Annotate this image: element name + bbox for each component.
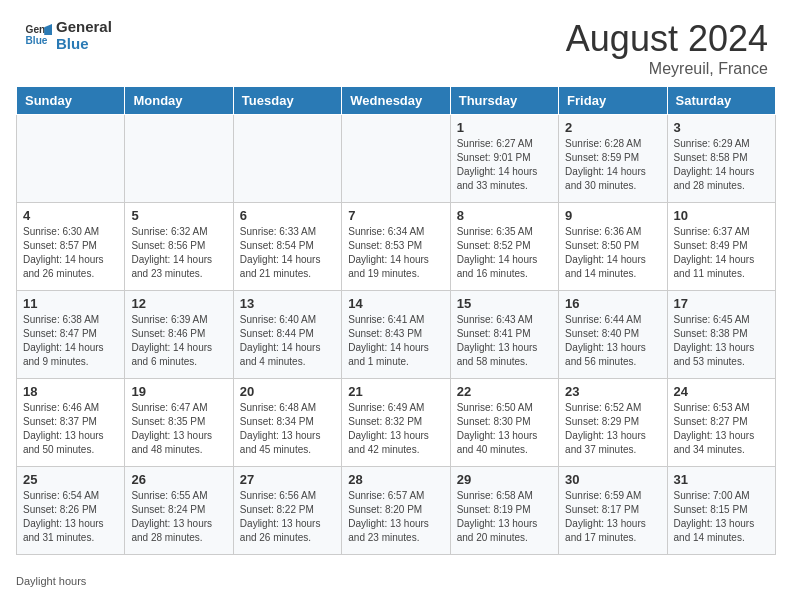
day-number: 9 [565, 208, 660, 223]
calendar-cell: 23Sunrise: 6:52 AM Sunset: 8:29 PM Dayli… [559, 379, 667, 467]
day-number: 27 [240, 472, 335, 487]
day-info: Sunrise: 6:41 AM Sunset: 8:43 PM Dayligh… [348, 313, 443, 369]
logo: General Blue General Blue [24, 18, 112, 53]
weekday-header-tuesday: Tuesday [233, 87, 341, 115]
day-number: 11 [23, 296, 118, 311]
weekday-header-friday: Friday [559, 87, 667, 115]
day-number: 6 [240, 208, 335, 223]
day-info: Sunrise: 6:37 AM Sunset: 8:49 PM Dayligh… [674, 225, 769, 281]
calendar-cell: 19Sunrise: 6:47 AM Sunset: 8:35 PM Dayli… [125, 379, 233, 467]
calendar-table: SundayMondayTuesdayWednesdayThursdayFrid… [16, 86, 776, 555]
calendar-cell: 11Sunrise: 6:38 AM Sunset: 8:47 PM Dayli… [17, 291, 125, 379]
calendar-cell: 10Sunrise: 6:37 AM Sunset: 8:49 PM Dayli… [667, 203, 775, 291]
daylight-label: Daylight hours [16, 575, 86, 587]
day-info: Sunrise: 6:43 AM Sunset: 8:41 PM Dayligh… [457, 313, 552, 369]
day-number: 24 [674, 384, 769, 399]
calendar-cell: 17Sunrise: 6:45 AM Sunset: 8:38 PM Dayli… [667, 291, 775, 379]
calendar-week-4: 18Sunrise: 6:46 AM Sunset: 8:37 PM Dayli… [17, 379, 776, 467]
weekday-header-thursday: Thursday [450, 87, 558, 115]
day-info: Sunrise: 6:44 AM Sunset: 8:40 PM Dayligh… [565, 313, 660, 369]
day-number: 13 [240, 296, 335, 311]
calendar-cell: 5Sunrise: 6:32 AM Sunset: 8:56 PM Daylig… [125, 203, 233, 291]
day-info: Sunrise: 6:29 AM Sunset: 8:58 PM Dayligh… [674, 137, 769, 193]
logo-text-general: General [56, 18, 112, 35]
calendar-cell: 1Sunrise: 6:27 AM Sunset: 9:01 PM Daylig… [450, 115, 558, 203]
calendar-cell [125, 115, 233, 203]
day-info: Sunrise: 6:30 AM Sunset: 8:57 PM Dayligh… [23, 225, 118, 281]
calendar-week-5: 25Sunrise: 6:54 AM Sunset: 8:26 PM Dayli… [17, 467, 776, 555]
logo-text-blue: Blue [56, 35, 112, 52]
day-number: 16 [565, 296, 660, 311]
day-info: Sunrise: 6:58 AM Sunset: 8:19 PM Dayligh… [457, 489, 552, 545]
day-info: Sunrise: 6:28 AM Sunset: 8:59 PM Dayligh… [565, 137, 660, 193]
month-title: August 2024 [566, 18, 768, 60]
calendar-cell [17, 115, 125, 203]
day-number: 30 [565, 472, 660, 487]
calendar-cell: 6Sunrise: 6:33 AM Sunset: 8:54 PM Daylig… [233, 203, 341, 291]
day-number: 10 [674, 208, 769, 223]
day-number: 12 [131, 296, 226, 311]
day-number: 22 [457, 384, 552, 399]
calendar-week-1: 1Sunrise: 6:27 AM Sunset: 9:01 PM Daylig… [17, 115, 776, 203]
day-info: Sunrise: 6:50 AM Sunset: 8:30 PM Dayligh… [457, 401, 552, 457]
day-number: 1 [457, 120, 552, 135]
day-number: 25 [23, 472, 118, 487]
calendar-cell: 12Sunrise: 6:39 AM Sunset: 8:46 PM Dayli… [125, 291, 233, 379]
weekday-header-saturday: Saturday [667, 87, 775, 115]
calendar-cell: 14Sunrise: 6:41 AM Sunset: 8:43 PM Dayli… [342, 291, 450, 379]
day-info: Sunrise: 6:55 AM Sunset: 8:24 PM Dayligh… [131, 489, 226, 545]
day-info: Sunrise: 6:48 AM Sunset: 8:34 PM Dayligh… [240, 401, 335, 457]
day-number: 28 [348, 472, 443, 487]
calendar-week-2: 4Sunrise: 6:30 AM Sunset: 8:57 PM Daylig… [17, 203, 776, 291]
day-info: Sunrise: 6:49 AM Sunset: 8:32 PM Dayligh… [348, 401, 443, 457]
calendar-cell [342, 115, 450, 203]
weekday-header-sunday: Sunday [17, 87, 125, 115]
day-info: Sunrise: 6:32 AM Sunset: 8:56 PM Dayligh… [131, 225, 226, 281]
day-info: Sunrise: 6:33 AM Sunset: 8:54 PM Dayligh… [240, 225, 335, 281]
day-info: Sunrise: 6:40 AM Sunset: 8:44 PM Dayligh… [240, 313, 335, 369]
calendar-cell: 16Sunrise: 6:44 AM Sunset: 8:40 PM Dayli… [559, 291, 667, 379]
day-info: Sunrise: 6:38 AM Sunset: 8:47 PM Dayligh… [23, 313, 118, 369]
calendar-cell: 29Sunrise: 6:58 AM Sunset: 8:19 PM Dayli… [450, 467, 558, 555]
day-number: 26 [131, 472, 226, 487]
day-info: Sunrise: 6:39 AM Sunset: 8:46 PM Dayligh… [131, 313, 226, 369]
weekday-header-wednesday: Wednesday [342, 87, 450, 115]
day-number: 23 [565, 384, 660, 399]
calendar-cell: 4Sunrise: 6:30 AM Sunset: 8:57 PM Daylig… [17, 203, 125, 291]
calendar-cell: 31Sunrise: 7:00 AM Sunset: 8:15 PM Dayli… [667, 467, 775, 555]
title-block: August 2024 Meyreuil, France [566, 18, 768, 78]
day-number: 14 [348, 296, 443, 311]
calendar-body: 1Sunrise: 6:27 AM Sunset: 9:01 PM Daylig… [17, 115, 776, 555]
day-number: 21 [348, 384, 443, 399]
day-number: 4 [23, 208, 118, 223]
day-info: Sunrise: 6:36 AM Sunset: 8:50 PM Dayligh… [565, 225, 660, 281]
calendar-cell: 22Sunrise: 6:50 AM Sunset: 8:30 PM Dayli… [450, 379, 558, 467]
day-number: 7 [348, 208, 443, 223]
calendar-cell: 8Sunrise: 6:35 AM Sunset: 8:52 PM Daylig… [450, 203, 558, 291]
svg-text:Blue: Blue [26, 36, 48, 47]
day-info: Sunrise: 7:00 AM Sunset: 8:15 PM Dayligh… [674, 489, 769, 545]
day-info: Sunrise: 6:52 AM Sunset: 8:29 PM Dayligh… [565, 401, 660, 457]
day-number: 17 [674, 296, 769, 311]
day-info: Sunrise: 6:56 AM Sunset: 8:22 PM Dayligh… [240, 489, 335, 545]
day-number: 18 [23, 384, 118, 399]
day-info: Sunrise: 6:53 AM Sunset: 8:27 PM Dayligh… [674, 401, 769, 457]
calendar-week-3: 11Sunrise: 6:38 AM Sunset: 8:47 PM Dayli… [17, 291, 776, 379]
calendar-cell: 30Sunrise: 6:59 AM Sunset: 8:17 PM Dayli… [559, 467, 667, 555]
day-number: 20 [240, 384, 335, 399]
day-info: Sunrise: 6:59 AM Sunset: 8:17 PM Dayligh… [565, 489, 660, 545]
day-number: 2 [565, 120, 660, 135]
day-number: 19 [131, 384, 226, 399]
day-number: 29 [457, 472, 552, 487]
day-info: Sunrise: 6:46 AM Sunset: 8:37 PM Dayligh… [23, 401, 118, 457]
calendar-cell: 24Sunrise: 6:53 AM Sunset: 8:27 PM Dayli… [667, 379, 775, 467]
calendar-header: SundayMondayTuesdayWednesdayThursdayFrid… [17, 87, 776, 115]
day-info: Sunrise: 6:34 AM Sunset: 8:53 PM Dayligh… [348, 225, 443, 281]
calendar-cell: 25Sunrise: 6:54 AM Sunset: 8:26 PM Dayli… [17, 467, 125, 555]
calendar-cell: 9Sunrise: 6:36 AM Sunset: 8:50 PM Daylig… [559, 203, 667, 291]
weekday-header-row: SundayMondayTuesdayWednesdayThursdayFrid… [17, 87, 776, 115]
day-info: Sunrise: 6:57 AM Sunset: 8:20 PM Dayligh… [348, 489, 443, 545]
day-info: Sunrise: 6:35 AM Sunset: 8:52 PM Dayligh… [457, 225, 552, 281]
page-header: General Blue General Blue August 2024 Me… [0, 0, 792, 86]
calendar-cell: 15Sunrise: 6:43 AM Sunset: 8:41 PM Dayli… [450, 291, 558, 379]
